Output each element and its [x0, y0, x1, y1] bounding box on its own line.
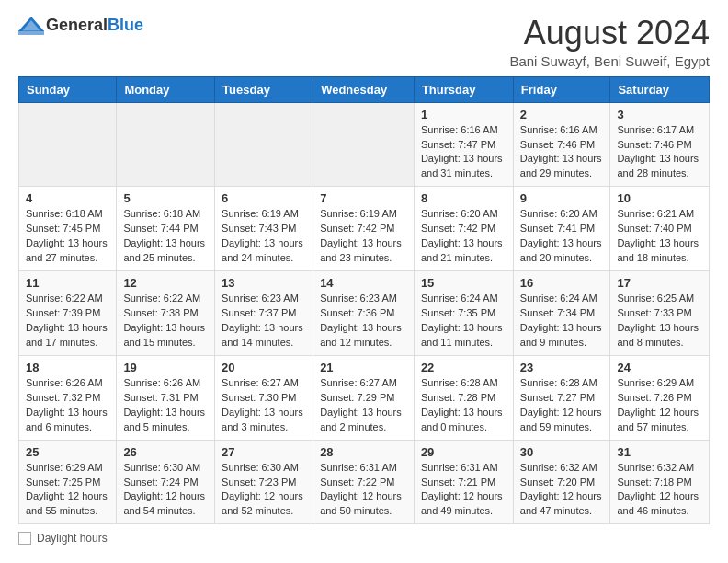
daylight-box: [18, 532, 31, 545]
logo-blue-text: Blue: [108, 16, 143, 34]
day-info: Sunrise: 6:27 AM Sunset: 7:30 PM Dayligh…: [222, 376, 306, 435]
day-info: Sunrise: 6:32 AM Sunset: 7:18 PM Dayligh…: [617, 461, 702, 520]
calendar-cell: 4Sunrise: 6:18 AM Sunset: 7:45 PM Daylig…: [19, 187, 117, 271]
day-info: Sunrise: 6:28 AM Sunset: 7:28 PM Dayligh…: [421, 376, 506, 435]
day-info: Sunrise: 6:26 AM Sunset: 7:32 PM Dayligh…: [26, 376, 109, 435]
calendar-cell: 28Sunrise: 6:31 AM Sunset: 7:22 PM Dayli…: [313, 440, 415, 524]
calendar-cell: [215, 102, 313, 187]
daylight-label: Daylight hours: [37, 532, 108, 545]
day-info: Sunrise: 6:28 AM Sunset: 7:27 PM Dayligh…: [520, 376, 604, 435]
day-number: 6: [222, 191, 306, 205]
day-info: Sunrise: 6:31 AM Sunset: 7:22 PM Dayligh…: [320, 461, 407, 520]
calendar-header-tuesday: Tuesday: [215, 76, 313, 102]
calendar-cell: 27Sunrise: 6:30 AM Sunset: 7:23 PM Dayli…: [215, 440, 313, 524]
day-number: 3: [617, 108, 702, 121]
day-number: 24: [617, 361, 702, 374]
day-number: 30: [520, 445, 604, 459]
calendar-cell: 26Sunrise: 6:30 AM Sunset: 7:24 PM Dayli…: [117, 440, 215, 524]
day-number: 16: [520, 276, 604, 290]
calendar-week-row: 11Sunrise: 6:22 AM Sunset: 7:39 PM Dayli…: [19, 271, 710, 356]
day-number: 19: [123, 361, 208, 374]
day-info: Sunrise: 6:18 AM Sunset: 7:44 PM Dayligh…: [123, 207, 208, 266]
day-number: 22: [421, 361, 506, 374]
calendar-cell: 8Sunrise: 6:20 AM Sunset: 7:42 PM Daylig…: [414, 187, 513, 271]
calendar-header-thursday: Thursday: [414, 76, 513, 102]
calendar-table: SundayMondayTuesdayWednesdayThursdayFrid…: [18, 76, 710, 525]
calendar-cell: 22Sunrise: 6:28 AM Sunset: 7:28 PM Dayli…: [414, 355, 513, 440]
calendar-header-saturday: Saturday: [610, 76, 710, 102]
day-info: Sunrise: 6:19 AM Sunset: 7:42 PM Dayligh…: [320, 207, 407, 266]
calendar-cell: 14Sunrise: 6:23 AM Sunset: 7:36 PM Dayli…: [313, 271, 415, 356]
day-number: 18: [26, 361, 109, 374]
calendar-cell: [313, 102, 415, 187]
day-number: 13: [222, 276, 306, 290]
day-info: Sunrise: 6:18 AM Sunset: 7:45 PM Dayligh…: [26, 207, 109, 266]
page-header: GeneralBlue August 2024 Bani Suwayf, Ben…: [18, 15, 710, 69]
day-number: 27: [222, 445, 306, 459]
calendar-cell: 11Sunrise: 6:22 AM Sunset: 7:39 PM Dayli…: [19, 271, 117, 356]
day-info: Sunrise: 6:31 AM Sunset: 7:21 PM Dayligh…: [421, 461, 506, 520]
day-number: 11: [26, 276, 109, 290]
day-info: Sunrise: 6:21 AM Sunset: 7:40 PM Dayligh…: [617, 207, 702, 266]
calendar-cell: [117, 102, 215, 187]
day-number: 21: [320, 361, 407, 374]
logo-general-text: General: [46, 16, 108, 34]
calendar-cell: 13Sunrise: 6:23 AM Sunset: 7:37 PM Dayli…: [215, 271, 313, 356]
calendar-week-row: 18Sunrise: 6:26 AM Sunset: 7:32 PM Dayli…: [19, 355, 710, 440]
day-info: Sunrise: 6:20 AM Sunset: 7:41 PM Dayligh…: [520, 207, 604, 266]
calendar-header-sunday: Sunday: [19, 76, 117, 102]
day-info: Sunrise: 6:17 AM Sunset: 7:46 PM Dayligh…: [617, 123, 702, 182]
calendar-cell: 21Sunrise: 6:27 AM Sunset: 7:29 PM Dayli…: [313, 355, 415, 440]
page-subtitle: Bani Suwayf, Beni Suweif, Egypt: [509, 53, 710, 69]
day-number: 8: [421, 191, 506, 205]
calendar-cell: 17Sunrise: 6:25 AM Sunset: 7:33 PM Dayli…: [610, 271, 710, 356]
calendar-header-wednesday: Wednesday: [313, 76, 415, 102]
calendar-week-row: 1Sunrise: 6:16 AM Sunset: 7:47 PM Daylig…: [19, 102, 710, 187]
calendar-cell: 3Sunrise: 6:17 AM Sunset: 7:46 PM Daylig…: [610, 102, 710, 187]
day-number: 20: [222, 361, 306, 374]
day-info: Sunrise: 6:29 AM Sunset: 7:26 PM Dayligh…: [617, 376, 702, 435]
title-block: August 2024 Bani Suwayf, Beni Suweif, Eg…: [509, 15, 710, 69]
day-number: 1: [421, 108, 506, 121]
day-number: 28: [320, 445, 407, 459]
day-number: 2: [520, 108, 604, 121]
calendar-cell: 19Sunrise: 6:26 AM Sunset: 7:31 PM Dayli…: [117, 355, 215, 440]
calendar-cell: 18Sunrise: 6:26 AM Sunset: 7:32 PM Dayli…: [19, 355, 117, 440]
calendar-week-row: 4Sunrise: 6:18 AM Sunset: 7:45 PM Daylig…: [19, 187, 710, 271]
day-info: Sunrise: 6:19 AM Sunset: 7:43 PM Dayligh…: [222, 207, 306, 266]
day-number: 23: [520, 361, 604, 374]
calendar-cell: 20Sunrise: 6:27 AM Sunset: 7:30 PM Dayli…: [215, 355, 313, 440]
day-info: Sunrise: 6:16 AM Sunset: 7:46 PM Dayligh…: [520, 123, 604, 182]
logo: GeneralBlue: [18, 15, 143, 35]
day-number: 14: [320, 276, 407, 290]
day-number: 7: [320, 191, 407, 205]
day-info: Sunrise: 6:30 AM Sunset: 7:24 PM Dayligh…: [123, 461, 208, 520]
calendar-cell: 12Sunrise: 6:22 AM Sunset: 7:38 PM Dayli…: [117, 271, 215, 356]
calendar-header-friday: Friday: [513, 76, 610, 102]
calendar-cell: 15Sunrise: 6:24 AM Sunset: 7:35 PM Dayli…: [414, 271, 513, 356]
calendar-cell: 7Sunrise: 6:19 AM Sunset: 7:42 PM Daylig…: [313, 187, 415, 271]
day-info: Sunrise: 6:26 AM Sunset: 7:31 PM Dayligh…: [123, 376, 208, 435]
day-number: 25: [26, 445, 109, 459]
calendar-cell: 16Sunrise: 6:24 AM Sunset: 7:34 PM Dayli…: [513, 271, 610, 356]
day-info: Sunrise: 6:22 AM Sunset: 7:38 PM Dayligh…: [123, 292, 208, 350]
calendar-cell: 1Sunrise: 6:16 AM Sunset: 7:47 PM Daylig…: [414, 102, 513, 187]
calendar-cell: 9Sunrise: 6:20 AM Sunset: 7:41 PM Daylig…: [513, 187, 610, 271]
day-number: 12: [123, 276, 208, 290]
day-info: Sunrise: 6:27 AM Sunset: 7:29 PM Dayligh…: [320, 376, 407, 435]
day-number: 4: [26, 191, 109, 205]
svg-rect-2: [18, 30, 44, 35]
day-number: 9: [520, 191, 604, 205]
day-info: Sunrise: 6:24 AM Sunset: 7:34 PM Dayligh…: [520, 292, 604, 350]
day-number: 26: [123, 445, 208, 459]
day-info: Sunrise: 6:23 AM Sunset: 7:36 PM Dayligh…: [320, 292, 407, 350]
logo-icon: [18, 15, 44, 35]
calendar-header-monday: Monday: [117, 76, 215, 102]
day-info: Sunrise: 6:22 AM Sunset: 7:39 PM Dayligh…: [26, 292, 109, 350]
day-number: 5: [123, 191, 208, 205]
calendar-cell: [19, 102, 117, 187]
calendar-cell: 31Sunrise: 6:32 AM Sunset: 7:18 PM Dayli…: [610, 440, 710, 524]
day-number: 31: [617, 445, 702, 459]
calendar-cell: 25Sunrise: 6:29 AM Sunset: 7:25 PM Dayli…: [19, 440, 117, 524]
day-info: Sunrise: 6:25 AM Sunset: 7:33 PM Dayligh…: [617, 292, 702, 350]
